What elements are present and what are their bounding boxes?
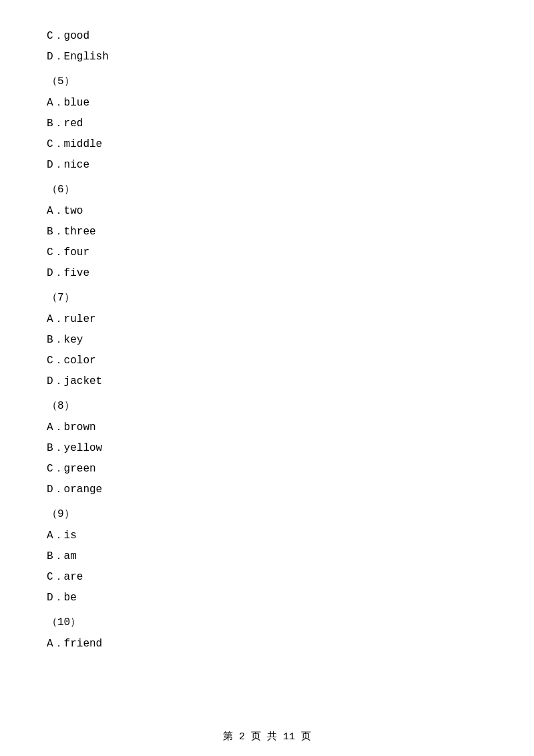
answer-line-c-four: C．four: [47, 243, 487, 262]
page-content: C．goodD．English（5）A．blueB．redC．middleD．n…: [0, 0, 534, 695]
answer-line-q6: （6）: [47, 180, 487, 200]
answer-line-b-am: B．am: [47, 547, 487, 566]
answer-line-c-middle: C．middle: [47, 135, 487, 154]
answer-line-c-green: C．green: [47, 459, 487, 479]
answer-line-d-orange: D．orange: [47, 480, 487, 500]
answer-line-q9: （9）: [47, 505, 487, 524]
page-footer: 第 2 页 共 11 页: [0, 730, 534, 743]
answer-line-a-two: A．two: [47, 202, 487, 221]
answer-line-a-friend: A．friend: [47, 634, 487, 654]
answer-line-a-blue: A．blue: [47, 93, 487, 113]
answer-line-a-is: A．is: [47, 526, 487, 546]
answer-line-d-five: D．five: [47, 264, 487, 283]
answer-line-d-english: D．English: [47, 47, 487, 67]
answer-line-a-brown: A．brown: [47, 418, 487, 437]
answer-line-b-red: B．red: [47, 114, 487, 134]
answer-line-c-color: C．color: [47, 351, 487, 371]
answer-line-b-yellow: B．yellow: [47, 439, 487, 458]
footer-text: 第 2 页 共 11 页: [223, 731, 311, 743]
answer-line-d-nice: D．nice: [47, 156, 487, 175]
answer-line-d-jacket: D．jacket: [47, 372, 487, 391]
answer-line-b-three: B．three: [47, 222, 487, 242]
answer-line-b-key: B．key: [47, 331, 487, 350]
answer-line-d-be: D．be: [47, 588, 487, 608]
answer-line-c-are: C．are: [47, 568, 487, 587]
answer-line-q10: （10）: [47, 613, 487, 632]
answer-line-c-good: C．good: [47, 27, 487, 46]
answer-line-a-ruler: A．ruler: [47, 310, 487, 329]
answer-line-q8: （8）: [47, 397, 487, 416]
answer-line-q7: （7）: [47, 289, 487, 308]
answer-line-q5: （5）: [47, 72, 487, 91]
